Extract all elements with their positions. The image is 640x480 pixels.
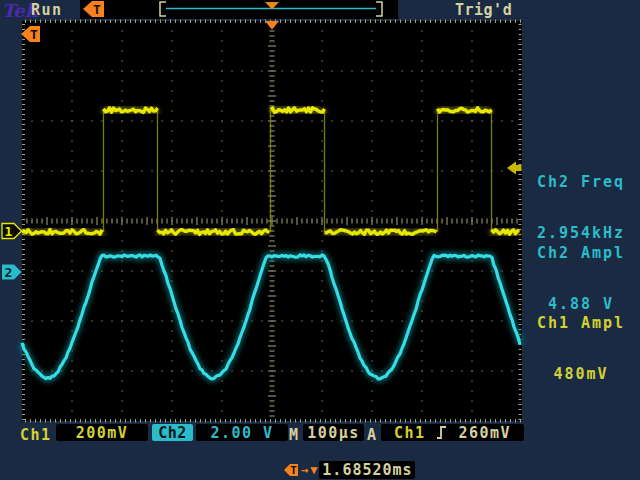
- triangle-down-icon: ▼: [310, 464, 317, 476]
- ch2-marker-label: 2: [5, 265, 13, 280]
- trigger-menu-label: A: [367, 426, 378, 444]
- delay-time-readout: 1.68520ms: [319, 461, 415, 479]
- trigger-t-icon-footer: T: [284, 463, 299, 477]
- measurement-ch1-ampl: Ch1 Ampl 480mV: [522, 281, 640, 417]
- trigger-readout: Ch1 260mV: [381, 424, 524, 441]
- topbar-black-strip: [80, 0, 398, 19]
- ch1-reference-marker: 1: [2, 224, 22, 240]
- timebase-readout: 100µs: [303, 424, 364, 441]
- trigger-level-value: 260mV: [458, 424, 511, 442]
- measurement-label: Ch2 Ampl: [522, 245, 640, 262]
- ch1-scale-readout: 200mV: [56, 424, 148, 441]
- timebase-label: M: [289, 426, 300, 444]
- trigger-status: Trig'd: [455, 1, 512, 19]
- rising-edge-slope-icon: [436, 425, 447, 440]
- acquisition-status: Run: [31, 1, 63, 19]
- ch1-label: Ch1: [20, 426, 52, 444]
- measurement-value: 480mV: [522, 366, 640, 383]
- trigger-t-glyph: T: [93, 2, 101, 17]
- horizontal-delay-readout-row: T → ▼ 1.68520ms: [284, 460, 415, 479]
- arrow-right-icon: →: [301, 464, 308, 476]
- ch2-scale-readout: 2.00 V: [196, 424, 288, 441]
- measurement-label: Ch2 Freq: [522, 174, 640, 191]
- datetime-readout: 15 Mar 2011 16:51:56: [538, 446, 636, 480]
- measurement-label: Ch1 Ampl: [522, 315, 640, 332]
- ch2-reference-marker: 2: [2, 265, 22, 281]
- trigger-source: Ch1: [394, 424, 426, 442]
- ch2-label-selected: Ch2: [152, 424, 193, 441]
- oscilloscope-screen: T T 1 2 Tek Run Trig'd: [0, 0, 640, 480]
- ch1-marker-label: 1: [5, 224, 13, 239]
- trigger-t-glyph: T: [30, 27, 38, 42]
- trigger-t-glyph: T: [290, 464, 297, 477]
